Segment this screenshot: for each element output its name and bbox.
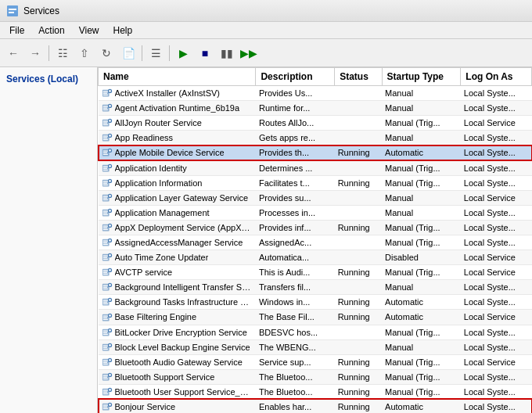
svg-point-62 bbox=[109, 224, 111, 227]
svg-point-122 bbox=[109, 374, 111, 376]
service-desc-cell: Automatica... bbox=[256, 250, 335, 265]
table-row[interactable]: Application InformationFacilitates t...R… bbox=[99, 175, 532, 190]
menu-file[interactable]: File bbox=[3, 23, 31, 38]
table-row[interactable]: Application Layer Gateway ServiceProvide… bbox=[99, 190, 532, 205]
service-logon-cell: Local Service bbox=[461, 310, 532, 325]
up-button[interactable]: ⇧ bbox=[74, 43, 95, 63]
table-row[interactable]: AssignedAccessManager ServiceAssignedAc.… bbox=[99, 235, 532, 250]
table-row[interactable]: App ReadinessGets apps re...ManualLocal … bbox=[99, 131, 532, 145]
table-row[interactable]: Application IdentityDetermines ...Manual… bbox=[99, 160, 532, 175]
service-logon-cell: Local Syste... bbox=[461, 399, 532, 413]
table-row[interactable]: Block Level Backup Engine ServiceThe WBE… bbox=[99, 339, 532, 354]
restart-service-button[interactable]: ▶▶ bbox=[239, 43, 259, 63]
service-name-text: Apple Mobile Device Service bbox=[115, 148, 225, 157]
svg-point-98 bbox=[109, 314, 111, 317]
service-name-cell: Bluetooth User Support Service_6b19a bbox=[99, 384, 256, 399]
table-row[interactable]: AppX Deployment Service (AppXSVC)Provide… bbox=[99, 220, 532, 235]
back-button[interactable]: ← bbox=[3, 43, 23, 63]
svg-point-134 bbox=[109, 404, 111, 406]
svg-rect-78 bbox=[102, 274, 107, 275]
table-row[interactable]: Apple Mobile Device ServiceProvides th..… bbox=[99, 145, 532, 160]
export-button[interactable]: 📄 bbox=[118, 43, 138, 63]
svg-rect-23 bbox=[102, 138, 106, 138]
forward-button[interactable]: → bbox=[25, 43, 45, 63]
refresh-button[interactable]: ↻ bbox=[96, 43, 117, 63]
svg-rect-112 bbox=[102, 360, 108, 361]
menu-help[interactable]: Help bbox=[107, 23, 139, 38]
service-desc-cell: Transfers fil... bbox=[256, 280, 335, 295]
table-row[interactable]: AllJoyn Router ServiceRoutes AllJo...Man… bbox=[99, 116, 532, 131]
table-row[interactable]: Bonjour ServiceEnables har...RunningAuto… bbox=[99, 399, 532, 413]
service-name-text: Base Filtering Engine bbox=[115, 312, 197, 321]
col-header-desc[interactable]: Description bbox=[256, 68, 335, 86]
service-status-cell bbox=[335, 131, 382, 145]
svg-point-68 bbox=[109, 239, 111, 242]
service-desc-cell: The Bluetoo... bbox=[256, 369, 335, 384]
table-row[interactable]: Bluetooth Audio Gateway ServiceService s… bbox=[99, 354, 532, 369]
start-service-button[interactable]: ▶ bbox=[173, 43, 193, 63]
service-logon-cell: Local Service bbox=[461, 116, 532, 131]
service-logon-cell: Local Syste... bbox=[461, 131, 532, 145]
service-name-text: AppX Deployment Service (AppXSVC) bbox=[115, 223, 253, 232]
service-desc-cell: Provides Us... bbox=[256, 86, 335, 101]
service-name-text: Background Tasks Infrastructure Service bbox=[115, 297, 253, 307]
service-startup-cell: Manual (Trig... bbox=[382, 354, 461, 369]
table-row[interactable]: Base Filtering EngineThe Base Fil...Runn… bbox=[99, 310, 532, 325]
show-hide-button[interactable]: ☷ bbox=[52, 43, 73, 63]
col-header-status[interactable]: Status bbox=[335, 68, 382, 86]
service-icon bbox=[102, 102, 115, 113]
pause-service-button[interactable]: ▮▮ bbox=[217, 43, 237, 63]
table-row[interactable]: Application ManagementProcesses in...Man… bbox=[99, 205, 532, 220]
col-header-name[interactable]: Name bbox=[99, 68, 256, 86]
table-row[interactable]: AVCTP serviceThis is Audi...RunningManua… bbox=[99, 265, 532, 280]
table-row[interactable]: Bluetooth User Support Service_6b19aThe … bbox=[99, 384, 532, 399]
table-row[interactable]: Background Tasks Infrastructure ServiceW… bbox=[99, 295, 532, 310]
service-desc-cell: Provides inf... bbox=[256, 220, 335, 235]
svg-rect-54 bbox=[102, 214, 107, 215]
service-name-text: Bluetooth Support Service bbox=[115, 372, 215, 382]
menu-view[interactable]: View bbox=[73, 23, 106, 38]
svg-rect-124 bbox=[102, 390, 108, 390]
svg-rect-77 bbox=[102, 272, 106, 273]
table-row[interactable]: Auto Time Zone UpdaterAutomatica...Disab… bbox=[99, 250, 532, 265]
service-name-text: ActiveX Installer (AxInstSV) bbox=[115, 88, 221, 98]
svg-rect-88 bbox=[102, 300, 108, 301]
properties-button[interactable]: ☰ bbox=[146, 43, 166, 63]
service-startup-cell: Manual (Trig... bbox=[382, 116, 461, 131]
service-name-text: Background Intelligent Transfer Service bbox=[115, 282, 253, 292]
table-row[interactable]: ActiveX Installer (AxInstSV)Provides Us.… bbox=[99, 86, 532, 101]
service-icon bbox=[102, 296, 115, 307]
svg-rect-41 bbox=[102, 182, 106, 183]
svg-rect-126 bbox=[102, 393, 107, 394]
table-row[interactable]: BitLocker Drive Encryption ServiceBDESVC… bbox=[99, 325, 532, 339]
service-status-cell bbox=[335, 160, 382, 175]
col-header-startup[interactable]: Startup Type bbox=[382, 68, 461, 86]
service-icon bbox=[102, 147, 115, 158]
svg-rect-71 bbox=[102, 257, 106, 258]
services-table-container[interactable]: Name Description Status Startup Type Log… bbox=[98, 67, 532, 413]
svg-point-32 bbox=[109, 150, 111, 153]
menu-action[interactable]: Action bbox=[32, 23, 70, 38]
table-row[interactable]: Bluetooth Support ServiceThe Bluetoo...R… bbox=[99, 369, 532, 384]
service-status-cell: Running bbox=[335, 384, 382, 399]
stop-service-button[interactable]: ■ bbox=[195, 43, 215, 63]
svg-rect-120 bbox=[102, 379, 107, 379]
svg-rect-107 bbox=[102, 347, 106, 347]
table-row[interactable]: Background Intelligent Transfer ServiceT… bbox=[99, 280, 532, 295]
service-icon bbox=[102, 372, 115, 382]
svg-point-104 bbox=[109, 329, 111, 332]
service-startup-cell: Automatic bbox=[382, 310, 461, 325]
service-name-cell: Bluetooth Support Service bbox=[99, 369, 256, 384]
service-startup-cell: Automatic bbox=[382, 145, 461, 160]
svg-rect-96 bbox=[102, 318, 107, 319]
service-desc-cell: AssignedAc... bbox=[256, 235, 335, 250]
title-bar: Services bbox=[0, 0, 532, 22]
svg-rect-131 bbox=[102, 407, 106, 408]
service-desc-cell: The Base Fil... bbox=[256, 310, 335, 325]
service-desc-cell: Facilitates t... bbox=[256, 175, 335, 190]
table-row[interactable]: Agent Activation Runtime_6b19aRuntime fo… bbox=[99, 101, 532, 116]
col-header-logon[interactable]: Log On As bbox=[461, 68, 532, 86]
service-status-cell bbox=[335, 116, 382, 131]
service-status-cell: Running bbox=[335, 369, 382, 384]
svg-rect-46 bbox=[102, 196, 108, 196]
